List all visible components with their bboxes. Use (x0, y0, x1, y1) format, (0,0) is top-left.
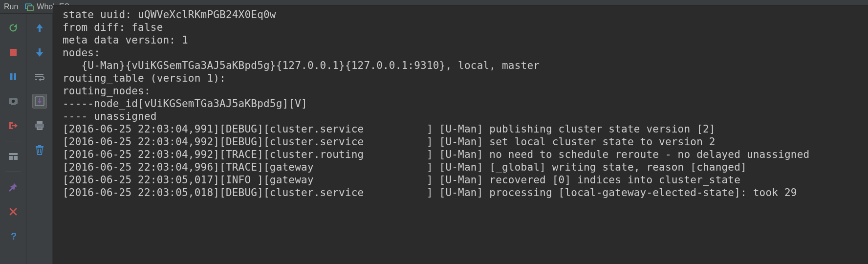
console-line: [2016-06-25 22:03:05,018][DEBUG][cluster… (63, 186, 868, 199)
down-button[interactable] (32, 45, 47, 60)
help-icon: ? (8, 231, 18, 242)
rerun-icon (8, 22, 19, 33)
console-line: state uuid: uQWVeXclRKmPGB24X0Eq0w (63, 8, 868, 21)
up-button[interactable] (32, 21, 47, 35)
down-icon (35, 47, 44, 58)
soft-wrap-button[interactable] (32, 69, 47, 84)
svg-rect-7 (11, 104, 16, 105)
layout-icon (8, 152, 19, 161)
pause-button[interactable] (6, 69, 21, 84)
left-toolbar: ? (0, 14, 26, 264)
svg-rect-2 (10, 49, 17, 56)
close-button[interactable] (6, 204, 21, 219)
help-button[interactable]: ? (6, 229, 21, 243)
console-line: {U-Man}{vUiKGSemTGa3AJ5aKBpd5g}{127.0.0.… (63, 59, 868, 72)
exit-icon (8, 121, 19, 131)
soft-wrap-icon (34, 72, 45, 82)
console-line: routing_table (version 1): (63, 72, 868, 85)
pin-icon (8, 182, 18, 192)
svg-text:?: ? (11, 231, 17, 242)
dump-threads-button[interactable] (6, 94, 21, 109)
print-icon (34, 120, 45, 131)
svg-rect-8 (9, 153, 18, 155)
console-line: ---- unassigned (63, 110, 868, 123)
svg-rect-3 (10, 73, 13, 80)
console-output[interactable]: state uuid: uQWVeXclRKmPGB24X0Eq0wfrom_d… (53, 5, 868, 264)
pin-button[interactable] (6, 180, 21, 195)
console-toolbar (26, 14, 53, 264)
console-line: [2016-06-25 22:03:04,996][TRACE][gateway… (63, 161, 868, 174)
svg-rect-19 (38, 145, 41, 146)
close-icon (8, 207, 18, 217)
svg-rect-13 (37, 121, 43, 124)
layout-button[interactable] (6, 149, 21, 164)
console-line: meta data version: 1 (63, 34, 868, 46)
svg-rect-4 (14, 73, 16, 80)
scroll-to-end-button[interactable] (32, 94, 47, 109)
console-line: routing_nodes: (63, 85, 868, 97)
svg-rect-10 (14, 156, 18, 160)
print-button[interactable] (32, 118, 47, 133)
console-line: [2016-06-25 22:03:04,992][DEBUG][cluster… (63, 135, 868, 148)
stop-button[interactable] (6, 45, 21, 60)
console-line: from_diff: false (63, 21, 868, 34)
svg-rect-1 (27, 6, 33, 11)
svg-rect-15 (37, 127, 43, 130)
svg-rect-18 (36, 146, 43, 147)
console-line: [2016-06-25 22:03:04,992][TRACE][cluster… (63, 148, 868, 161)
up-icon (35, 22, 44, 33)
clear-all-button[interactable] (32, 143, 47, 157)
stop-icon (8, 47, 18, 57)
console-line: nodes: (63, 46, 868, 59)
console-line: [2016-06-25 22:03:04,991][DEBUG][cluster… (63, 123, 868, 135)
exit-button[interactable] (6, 118, 21, 133)
clear-all-icon (34, 145, 45, 155)
scroll-to-end-icon (34, 96, 45, 107)
svg-rect-16 (38, 128, 42, 128)
dump-threads-icon (8, 96, 19, 106)
svg-point-6 (11, 100, 14, 103)
tool-window-title: Run (4, 2, 18, 11)
rerun-button[interactable] (6, 21, 21, 35)
svg-rect-9 (9, 156, 13, 160)
console-line: -----node_id[vUiKGSemTGa3AJ5aKBpd5g][V] (63, 97, 868, 110)
run-config-icon (25, 2, 34, 11)
pause-icon (8, 72, 18, 82)
svg-rect-17 (38, 129, 42, 129)
console-line: [2016-06-25 22:03:05,017][INFO ][gateway… (63, 174, 868, 186)
